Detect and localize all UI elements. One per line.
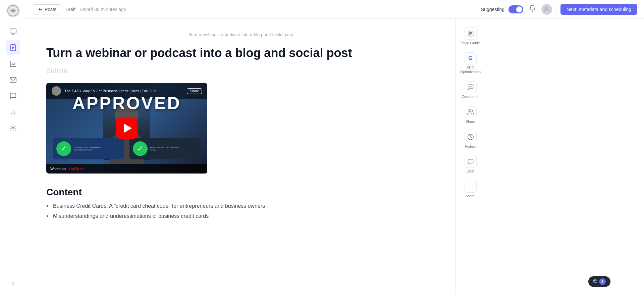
document-icon[interactable] [6,40,20,55]
suggesting-label: Suggesting [481,7,504,12]
youtube-bar: Watch on YouTube [46,164,207,174]
badge-icon: © [593,279,597,285]
next-metadata-button[interactable]: Next: metadata and scheduling [560,4,637,15]
svg-point-4 [12,127,14,129]
card1-sub: BUSINESS PLUS [74,149,101,151]
back-to-posts-button[interactable]: Posts [33,4,61,14]
history-item[interactable]: History [458,128,484,152]
approved-text: APPROVED [46,93,207,113]
editor-wrapper: /turn-a-webinar-or-podcast-into-a-blog-a… [26,19,644,295]
suggesting-toggle[interactable] [508,5,523,13]
list-item: Misunderstandings and underestimations o… [46,213,435,219]
play-button[interactable] [116,117,138,139]
monitor-icon[interactable] [6,24,20,39]
draft-badge: Draft [65,7,75,12]
main-area: Posts Draft Saved 36 minutes ago Suggest… [26,0,644,295]
user-avatar[interactable] [541,4,552,15]
list-item: Business Credit Cards: A "credit card ch… [46,203,435,209]
expand-icon[interactable] [6,276,20,291]
seo-optimization-item[interactable]: G SEO Optimization [458,49,484,77]
more-icon: ··· [465,181,477,193]
floating-badge[interactable]: © 8 [588,276,610,287]
post-subtitle[interactable]: Subtitle [46,67,435,75]
chat-label: Chat [467,169,474,173]
history-label: History [465,144,476,148]
svg-rect-2 [10,45,15,51]
comments-item[interactable]: Comments [458,78,484,102]
checkmark-2: ✓ [133,141,148,156]
share-item[interactable]: Share [458,103,484,127]
comments-label: Comments [462,95,479,99]
saved-text: Saved 36 minutes ago [79,7,126,12]
share-label: Share [466,119,475,124]
video-thumbnail: The EASY Way To Get Business Credit Card… [46,83,207,174]
checkmark-1: ✓ [56,141,71,156]
style-guide-label: Style Guide [461,41,480,45]
chat-item[interactable]: Chat [458,152,484,177]
url-slug: /turn-a-webinar-or-podcast-into-a-blog-a… [46,32,435,37]
card2-sub: VISA [150,149,179,151]
yt-video-title: The EASY Way To Get Business Credit Card… [64,89,183,93]
more-item[interactable]: ··· More [458,177,484,201]
mail-icon[interactable] [6,72,20,87]
card2-brand: BUSINESS UNLIMITED [150,146,179,149]
history-icon [465,131,477,143]
comments-icon [465,81,477,93]
style-guide-item[interactable]: Style Guide [458,24,484,48]
badge-count: 8 [599,278,606,285]
top-header: Posts Draft Saved 36 minutes ago Suggest… [26,0,644,19]
bar-chart-icon[interactable] [6,105,20,119]
seo-label: SEO Optimization [460,66,481,74]
back-label: Posts [45,7,56,12]
more-label: More [466,194,475,198]
credit-card-1: ✓ AMERICAN EXPRESS BUSINESS PLUS [53,138,124,159]
share-icon [465,106,477,118]
content-heading: Content [46,187,435,198]
notification-icon[interactable] [527,3,537,15]
app-logo[interactable] [6,4,20,17]
svg-point-7 [469,110,471,112]
analytics-icon[interactable] [6,56,20,71]
post-title[interactable]: Turn a webinar or podcast into a blog an… [46,45,435,60]
editor-content: /turn-a-webinar-or-podcast-into-a-blog-a… [26,19,455,295]
svg-rect-1 [10,29,16,33]
youtube-brand: YouTube [68,167,84,171]
card1-brand: AMERICAN EXPRESS [74,146,101,149]
svg-rect-3 [10,78,16,83]
seo-icon: G [465,52,477,64]
svg-point-5 [545,7,548,9]
video-embed[interactable]: The EASY Way To Get Business Credit Card… [46,83,207,174]
left-sidebar [0,0,26,295]
message-icon[interactable] [6,89,20,103]
settings-icon[interactable] [6,121,20,136]
chat-icon [465,156,477,168]
style-guide-icon [465,28,477,40]
bullet-list: Business Credit Cards: A "credit card ch… [46,203,435,219]
watch-on-label: Watch on [50,167,66,171]
credit-card-2: ✓ BUSINESS UNLIMITED VISA [129,138,201,159]
right-sidebar: Style Guide G SEO Optimization Comments … [455,19,485,295]
header-divider [556,5,556,14]
